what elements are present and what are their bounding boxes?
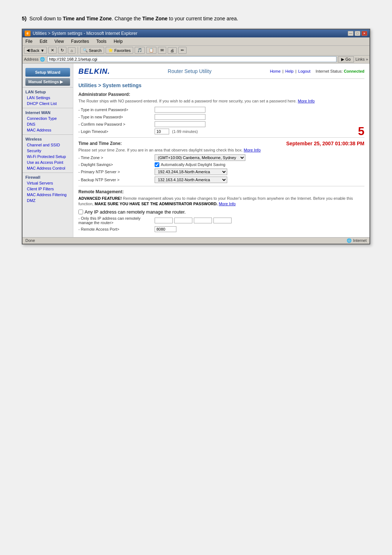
time-header: Time and Time Zone: September 25, 2007 0… — [78, 141, 364, 146]
sidebar-access-point[interactable]: Use as Access Point — [23, 159, 73, 165]
browser-icon: e — [25, 31, 30, 36]
sidebar-wifi-protected[interactable]: Wi-Fi Protected Setup — [23, 154, 73, 159]
sidebar-security[interactable]: Security — [23, 148, 73, 154]
ip-boxes — [155, 218, 232, 223]
sidebar-virtual-servers[interactable]: Virtual Servers — [23, 180, 73, 186]
sidebar-dhcp-client[interactable]: DHCP Client List — [23, 101, 73, 106]
remote-port-label: - Remote Access Port> — [78, 227, 155, 231]
confirm-password-input[interactable] — [155, 121, 205, 127]
status-bar: Done 🌐 Internet — [23, 237, 369, 244]
back-button[interactable]: ◀ Back ▼ — [24, 47, 47, 54]
sidebar-mac-address-wan[interactable]: MAC Address — [23, 127, 73, 133]
sidebar-wireless-heading: Wireless — [23, 134, 73, 142]
sidebar-lan-settings[interactable]: LAN Settings — [23, 95, 73, 101]
any-ip-label: Any IP address can remotely manage the r… — [85, 209, 186, 215]
login-timeout-input[interactable] — [155, 129, 169, 134]
time-more-info-link[interactable]: More Info — [244, 148, 261, 152]
step-number: 5) — [22, 15, 26, 23]
menu-bar: File Edit View Favorites Tools Help — [23, 37, 369, 46]
remote-management-section: Remote Management: ADVANCED FEATURE! Rem… — [78, 186, 364, 232]
maximize-button[interactable]: □ — [355, 31, 360, 36]
go-arrow-icon: ▶ — [341, 57, 344, 62]
address-input[interactable] — [47, 56, 336, 62]
toolbar: ◀ Back ▼ ✕ ↻ ⌂ 🔍 Search ⭐ Favorites 🎵 📋 … — [23, 46, 369, 56]
menu-tools[interactable]: Tools — [95, 38, 108, 45]
instruction-text: 5) Scroll down to Time and Time Zone. Ch… — [22, 15, 370, 23]
sidebar-mac-filtering[interactable]: MAC Address Filtering — [23, 192, 73, 198]
daylight-savings-checkbox-row: Automatically Adjust Daylight Saving — [155, 162, 225, 167]
manual-settings-button[interactable]: Manual Settings ▶ — [25, 78, 70, 86]
remote-port-input[interactable] — [155, 226, 176, 232]
login-timeout-desc: (1-99 minutes) — [172, 129, 198, 134]
only-ip-label: - Only this IP address can remotely mana… — [78, 216, 155, 225]
minimize-button[interactable]: — — [348, 31, 354, 36]
remote-management-desc: ADVANCED FEATURE! Remote management allo… — [78, 196, 364, 207]
stop-button[interactable]: ✕ — [48, 47, 57, 54]
internet-status-value: Connected — [344, 69, 364, 73]
sidebar-dns[interactable]: DNS — [23, 121, 73, 127]
go-button[interactable]: ▶ Go — [338, 56, 354, 62]
edit-button[interactable]: ✏ — [178, 47, 187, 54]
sidebar-dmz[interactable]: DMZ — [23, 198, 73, 203]
menu-file[interactable]: File — [24, 38, 34, 45]
time-zone-section: Time and Time Zone: September 25, 2007 0… — [78, 137, 364, 183]
current-password-input[interactable] — [155, 107, 205, 113]
home-button[interactable]: ⌂ — [68, 47, 75, 54]
history-button[interactable]: 📋 — [146, 47, 156, 54]
daylight-savings-text: Automatically Adjust Daylight Saving — [161, 162, 225, 167]
page-title: Utilities > System settings — [78, 82, 364, 88]
admin-more-info-link[interactable]: More Info — [298, 99, 314, 103]
new-password-input[interactable] — [155, 114, 205, 120]
title-bar-left: e Utilities > System settings - Microsof… — [25, 31, 137, 36]
sidebar-mac-control[interactable]: MAC Address Control — [23, 165, 73, 171]
back-dropdown-icon: ▼ — [40, 48, 44, 53]
help-link[interactable]: Help — [285, 69, 294, 73]
refresh-button[interactable]: ↻ — [58, 47, 66, 54]
toolbar-separator — [78, 47, 78, 54]
ip-box-2[interactable] — [174, 218, 192, 223]
backup-ntp-select[interactable]: 132.163.4.102-North America — [155, 177, 227, 183]
any-ip-checkbox[interactable] — [78, 210, 83, 214]
login-timeout-label: - Login Timeout> — [78, 129, 155, 134]
setup-wizard-button[interactable]: Setup Wizard — [25, 68, 70, 77]
daylight-savings-checkbox[interactable] — [155, 162, 159, 167]
go-label: Go — [345, 57, 351, 61]
home-link[interactable]: Home — [270, 69, 281, 73]
menu-help[interactable]: Help — [112, 38, 124, 45]
print-button[interactable]: 🖨 — [168, 47, 177, 54]
back-arrow-icon: ◀ — [26, 48, 29, 53]
ip-box-3[interactable] — [194, 218, 212, 223]
remote-more-info-link[interactable]: More Info — [219, 202, 236, 206]
ip-box-1[interactable] — [155, 218, 173, 223]
favorites-label: Favorites — [114, 48, 131, 53]
sidebar-connection-type[interactable]: Connection Type — [23, 116, 73, 121]
address-label: Address — [24, 57, 38, 61]
time-zone-title: Time and Time Zone: — [78, 141, 122, 146]
remote-management-title: Remote Management: — [78, 189, 364, 194]
status-internet: 🌐 Internet — [347, 238, 367, 243]
menu-edit[interactable]: Edit — [38, 38, 49, 45]
close-button[interactable]: ✕ — [362, 31, 367, 36]
logout-link[interactable]: Logout — [298, 69, 311, 73]
favorites-button[interactable]: ⭐ Favorites — [106, 47, 133, 54]
login-timeout-container: - Login Timeout> (1-99 minutes) 5 — [78, 129, 364, 134]
search-button[interactable]: 🔍 Search — [80, 47, 104, 54]
header-links: Home | Help | Logout Internet Status: Co… — [269, 69, 364, 73]
sidebar-client-ip-filters[interactable]: Client IP Filters — [23, 186, 73, 192]
search-label: Search — [89, 48, 102, 53]
ip-box-4[interactable] — [213, 218, 232, 223]
primary-ntp-row: - Primary NTP Server > 192.43.244.18-Nor… — [78, 169, 364, 175]
menu-favorites[interactable]: Favorites — [70, 38, 90, 45]
time-zone-desc: Please set your time Zone. If you are in… — [78, 148, 364, 152]
time-zone-select[interactable]: (GMT+10:00) Canberra, Melbourne, Sydney — [155, 154, 245, 161]
sidebar-channel-ssid[interactable]: Channel and SSID — [23, 142, 73, 148]
browser-title: Utilities > System settings - Microsoft … — [33, 31, 137, 36]
media-button[interactable]: 🎵 — [135, 47, 145, 54]
favorites-star-icon: ⭐ — [108, 48, 113, 53]
mail-button[interactable]: ✉ — [158, 47, 166, 54]
current-time: September 25, 2007 01:00:38 PM — [286, 141, 364, 146]
menu-view[interactable]: View — [53, 38, 65, 45]
internet-icon: 🌐 — [347, 238, 352, 243]
sidebar: Setup Wizard Manual Settings ▶ LAN Setup… — [23, 64, 73, 237]
primary-ntp-select[interactable]: 192.43.244.18-North America — [155, 169, 227, 175]
